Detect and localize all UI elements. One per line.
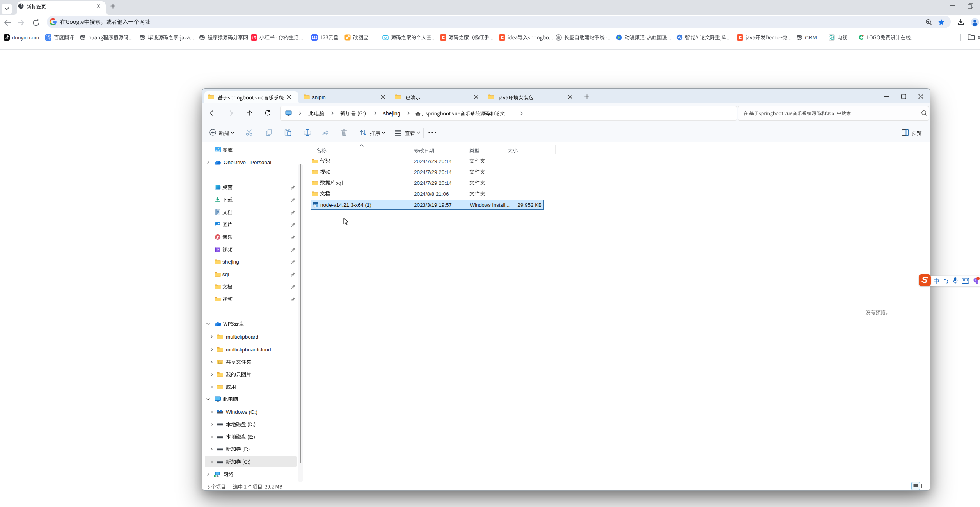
svg-text:123: 123	[311, 35, 317, 39]
